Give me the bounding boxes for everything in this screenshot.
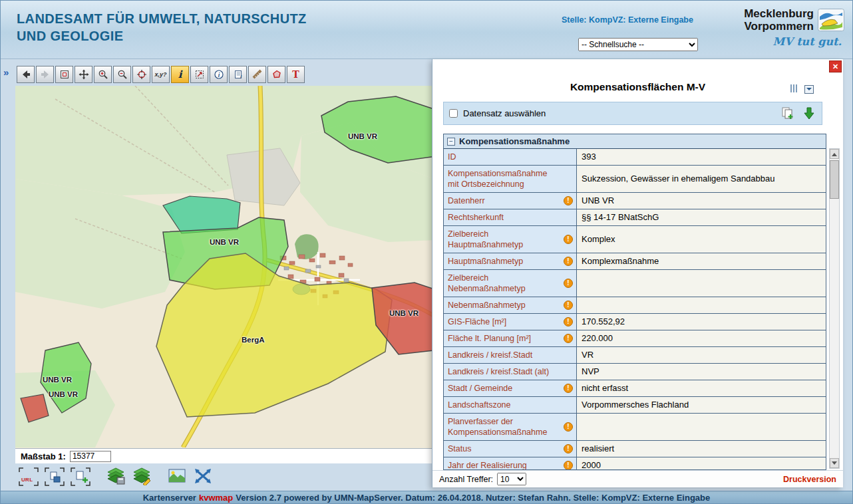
results-count-select[interactable]: 10: [497, 473, 526, 485]
map-label: UNB VR: [389, 309, 419, 317]
table-row: Landkreis / kreisf.Stadt VR: [444, 347, 826, 364]
row-value: 393: [577, 149, 826, 165]
sidebar-expander[interactable]: »: [3, 66, 9, 78]
back-button[interactable]: [17, 66, 35, 83]
scroll-down-icon: [832, 461, 837, 467]
print-version-link[interactable]: Druckversion: [783, 475, 836, 484]
section-header[interactable]: − Kompensationsmaßnahme: [444, 134, 826, 149]
row-label: Planverfasser der Kompensationsmaßnahme: [448, 416, 560, 438]
table-row: Datenherr ! UNB VR: [444, 193, 826, 209]
row-label: Zielbereich Nebenmaßnahmetyp: [448, 273, 560, 294]
row-value: [577, 297, 826, 313]
attribute-rows: ID 393 Kompensationsmaßnahme mit Ortsbez…: [444, 149, 826, 470]
table-row: Planverfasser der Kompensationsmaßnahme …: [444, 414, 826, 441]
data-sheet-button[interactable]: i: [229, 66, 247, 83]
scale-input[interactable]: [70, 451, 111, 462]
pan-button[interactable]: [75, 66, 92, 83]
legend-button[interactable]: [166, 467, 188, 487]
map-canvas[interactable]: UNB VR UNB VR UNB VR BergA UNB VR UNB VR: [15, 86, 432, 448]
zoom-box-button[interactable]: [190, 66, 208, 83]
map-label: UNB VR: [43, 376, 72, 384]
row-value: Komplexmaßnahme: [577, 253, 826, 269]
stelle-label: Stelle: KompVZ: Externe Eingabe: [562, 15, 693, 25]
row-label: Jahr der Realisierung: [448, 460, 527, 470]
columns-icon[interactable]: [790, 83, 798, 95]
warning-icon[interactable]: !: [564, 196, 573, 205]
copy-record-button[interactable]: [780, 106, 795, 121]
new-view-button[interactable]: [70, 467, 91, 487]
row-label: Stadt / Gemeinde: [448, 383, 512, 394]
warning-icon[interactable]: !: [564, 444, 573, 453]
object-info-icon: i: [214, 69, 224, 80]
warning-icon[interactable]: !: [564, 384, 573, 393]
row-value: Vorpommersches Flachland: [577, 397, 826, 413]
save-view-button[interactable]: [44, 467, 65, 487]
scale-bar: Maßstab 1:: [15, 448, 432, 463]
mv-logo-icon: [818, 9, 844, 31]
record-select-bar: Datensatz auswählen: [443, 102, 822, 125]
green-down-arrow-icon: [802, 106, 816, 121]
row-label: Status: [448, 443, 471, 454]
scroll-down-button[interactable]: [830, 458, 839, 468]
table-row: Landkreis / kreisf.Stadt (alt) NVP: [444, 364, 826, 380]
select-record-checkbox[interactable]: [449, 109, 458, 118]
row-value: 170.552,92: [577, 314, 826, 330]
warning-icon[interactable]: !: [564, 422, 573, 432]
warning-icon[interactable]: !: [564, 334, 573, 343]
layers-edit-icon: [132, 467, 152, 485]
attribute-table: − Kompensationsmaßnahme ID 393 Kompensat…: [443, 134, 826, 470]
layers-edit-button[interactable]: [131, 467, 152, 487]
scroll-thumb[interactable]: [830, 160, 839, 199]
text-tool-button[interactable]: T: [287, 66, 305, 83]
close-button[interactable]: ✕: [829, 61, 842, 72]
row-label: Landschaftszone: [448, 400, 511, 410]
object-info-button[interactable]: i: [210, 66, 228, 83]
app-header: LANDESAMT FÜR UMWELT, NATURSCHUTZ UND GE…: [1, 1, 852, 59]
warning-icon[interactable]: !: [564, 301, 573, 310]
row-value: NVP: [577, 364, 826, 380]
measure-button[interactable]: [248, 66, 266, 83]
warning-icon[interactable]: !: [564, 257, 573, 266]
select-record-label: Datensatz auswählen: [463, 108, 546, 118]
footer-text-1: Kartenserver: [143, 493, 196, 503]
zoom-out-button[interactable]: [113, 66, 131, 83]
collapse-icon[interactable]: −: [447, 138, 455, 146]
panel-title: Kompensationsflächen M-V: [432, 81, 843, 93]
fit-extent-arrows-icon: [193, 467, 213, 485]
forward-button[interactable]: [36, 66, 54, 83]
warning-icon[interactable]: !: [564, 461, 573, 470]
warning-icon[interactable]: !: [564, 235, 573, 244]
warning-icon[interactable]: !: [564, 317, 573, 326]
quick-search-select[interactable]: -- Schnellsuche --: [578, 38, 698, 51]
zoom-extent-button[interactable]: [55, 66, 73, 83]
row-label: Landkreis / kreisf.Stadt (alt): [448, 366, 549, 377]
scroll-up-button[interactable]: [830, 149, 839, 159]
warning-icon[interactable]: !: [564, 279, 573, 288]
row-label: Nebenmaßnahmetyp: [448, 300, 526, 311]
data-sheet-icon: i: [233, 69, 244, 80]
row-value: nicht erfasst: [577, 380, 826, 396]
polygon-button[interactable]: [267, 66, 285, 83]
fit-extent-button[interactable]: [192, 467, 214, 487]
info-button[interactable]: i: [171, 66, 189, 83]
text-tool-icon: T: [292, 69, 299, 80]
layers-save-button[interactable]: [105, 467, 126, 487]
coords-button[interactable]: x,y?: [152, 66, 170, 83]
row-value: VR: [577, 347, 826, 363]
url-button[interactable]: URL: [18, 467, 39, 487]
row-value: 220.000: [577, 330, 826, 346]
zoom-out-icon: [117, 69, 128, 80]
export-button[interactable]: [802, 106, 816, 121]
measure-ruler-icon: [252, 69, 263, 80]
coords-query-icon: x,y?: [154, 71, 166, 78]
panel-scrollbar[interactable]: [829, 148, 840, 469]
legend-image-icon: [167, 467, 187, 485]
agency-title-line2: UND GEOLOGIE: [17, 27, 307, 45]
zoom-in-button[interactable]: [94, 66, 112, 83]
row-label: Hauptmaßnahmetyp: [448, 256, 523, 267]
logo-line2: Vorpommern: [744, 20, 814, 33]
kvwmap-link[interactable]: kvwmap: [199, 493, 233, 503]
dock-icon[interactable]: [804, 85, 814, 94]
recenter-button[interactable]: [132, 66, 150, 83]
table-row: Landschaftszone Vorpommersches Flachland: [444, 397, 826, 414]
